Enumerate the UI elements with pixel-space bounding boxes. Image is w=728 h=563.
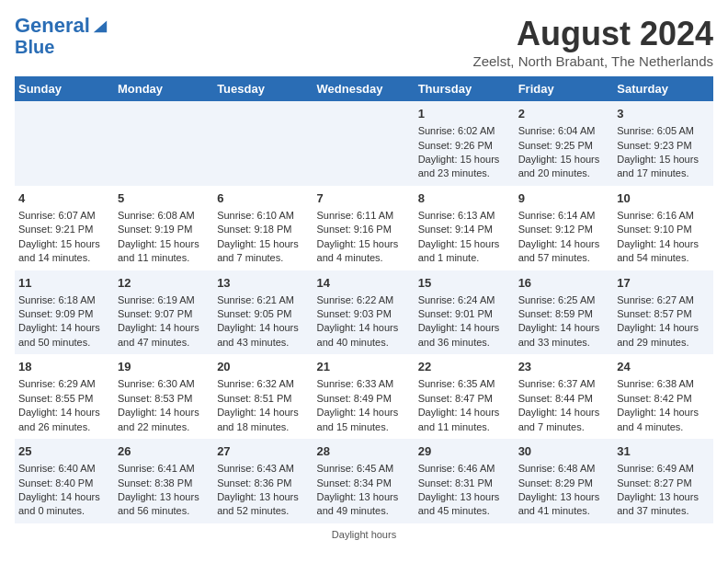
day-info-line: Sunset: 8:29 PM: [518, 477, 610, 490]
day-info-line: and 45 minutes.: [418, 504, 511, 518]
calendar-cell: 29Sunrise: 6:46 AMSunset: 8:31 PMDayligh…: [415, 439, 515, 523]
svg-marker-0: [94, 21, 107, 33]
day-info-line: and 40 minutes.: [317, 336, 411, 350]
day-info-line: Daylight: 14 hours: [317, 406, 411, 419]
calendar-cell: 13Sunrise: 6:21 AMSunset: 9:05 PMDayligh…: [213, 270, 313, 355]
calendar-week-1: 1Sunrise: 6:02 AMSunset: 9:26 PMDaylight…: [15, 101, 713, 186]
day-number: 14: [317, 275, 411, 292]
day-info-line: and 54 minutes.: [617, 251, 710, 265]
day-info-line: and 11 minutes.: [418, 420, 511, 434]
day-info-line: and 50 minutes.: [18, 336, 110, 350]
day-info-line: Sunrise: 6:21 AM: [217, 293, 309, 307]
day-info-line: and 0 minutes.: [18, 504, 110, 518]
day-info-line: Sunrise: 6:14 AM: [518, 209, 610, 223]
calendar-week-5: 25Sunrise: 6:40 AMSunset: 8:40 PMDayligh…: [15, 439, 713, 523]
day-number: 24: [617, 359, 710, 375]
day-info-line: Sunrise: 6:13 AM: [418, 209, 511, 223]
day-number: 20: [217, 359, 309, 375]
col-sunday: Sunday: [15, 76, 114, 101]
day-info-line: and 4 minutes.: [617, 420, 710, 434]
day-info-line: and 7 minutes.: [217, 251, 309, 265]
header: General Blue August 2024 Zeelst, North B…: [15, 15, 713, 69]
day-info-line: Sunset: 9:16 PM: [317, 223, 411, 236]
day-info-line: Sunset: 9:03 PM: [317, 307, 411, 321]
day-info-line: Sunset: 9:12 PM: [518, 223, 610, 236]
calendar-cell: 2Sunrise: 6:04 AMSunset: 9:25 PMDaylight…: [515, 101, 614, 186]
day-number: 4: [18, 190, 110, 207]
day-number: 5: [118, 190, 210, 207]
calendar-cell: [15, 101, 114, 186]
day-info-line: and 14 minutes.: [18, 251, 110, 265]
calendar-cell: 1Sunrise: 6:02 AMSunset: 9:26 PMDaylight…: [415, 101, 515, 186]
day-info-line: Sunrise: 6:19 AM: [118, 293, 210, 307]
day-info-line: Daylight: 13 hours: [518, 490, 610, 504]
day-number: 23: [518, 359, 610, 375]
day-number: 18: [18, 359, 110, 375]
day-info-line: Daylight: 15 hours: [617, 153, 710, 167]
day-number: 22: [418, 359, 511, 375]
day-info-line: Sunrise: 6:38 AM: [617, 377, 710, 391]
day-info-line: Sunrise: 6:04 AM: [518, 124, 610, 138]
calendar-cell: 25Sunrise: 6:40 AMSunset: 8:40 PMDayligh…: [15, 439, 114, 523]
day-number: 21: [317, 359, 411, 375]
header-row: Sunday Monday Tuesday Wednesday Thursday…: [15, 76, 713, 101]
day-info-line: Daylight: 15 hours: [18, 237, 110, 251]
day-info-line: Daylight: 14 hours: [617, 237, 710, 251]
day-number: 30: [518, 443, 610, 460]
day-info-line: Sunset: 9:23 PM: [617, 139, 710, 153]
calendar-cell: 28Sunrise: 6:45 AMSunset: 8:34 PMDayligh…: [313, 439, 415, 523]
day-number: 16: [518, 275, 610, 292]
day-info-line: Sunrise: 6:32 AM: [217, 377, 309, 391]
day-number: 26: [118, 443, 210, 460]
calendar-cell: 19Sunrise: 6:30 AMSunset: 8:53 PMDayligh…: [114, 354, 213, 439]
day-info-line: Daylight: 14 hours: [418, 406, 511, 419]
calendar-cell: 7Sunrise: 6:11 AMSunset: 9:16 PMDaylight…: [313, 186, 415, 270]
calendar-cell: 4Sunrise: 6:07 AMSunset: 9:21 PMDaylight…: [15, 186, 114, 270]
calendar-cell: 10Sunrise: 6:16 AMSunset: 9:10 PMDayligh…: [613, 186, 713, 270]
day-info-line: Sunrise: 6:05 AM: [617, 124, 710, 138]
day-info-line: Sunset: 9:10 PM: [617, 223, 710, 236]
col-wednesday: Wednesday: [313, 76, 415, 101]
day-number: 3: [617, 106, 710, 122]
day-info-line: Sunrise: 6:22 AM: [317, 293, 411, 307]
calendar-cell: 9Sunrise: 6:14 AMSunset: 9:12 PMDaylight…: [515, 186, 614, 270]
day-info-line: Sunrise: 6:07 AM: [18, 209, 110, 223]
day-info-line: Sunrise: 6:37 AM: [518, 377, 610, 391]
day-info-line: Sunset: 8:38 PM: [118, 477, 210, 490]
day-info-line: Sunset: 9:25 PM: [518, 139, 610, 153]
day-info-line: and 17 minutes.: [617, 167, 710, 180]
day-info-line: Daylight: 14 hours: [617, 406, 710, 419]
day-info-line: Sunset: 8:44 PM: [518, 392, 610, 406]
day-number: 17: [617, 275, 710, 292]
day-number: 8: [418, 190, 511, 207]
day-number: 27: [217, 443, 309, 460]
calendar-cell: 20Sunrise: 6:32 AMSunset: 8:51 PMDayligh…: [213, 354, 313, 439]
day-info-line: Daylight: 14 hours: [18, 321, 110, 335]
day-info-line: and 26 minutes.: [18, 420, 110, 434]
calendar-cell: 30Sunrise: 6:48 AMSunset: 8:29 PMDayligh…: [515, 439, 614, 523]
day-info-line: Sunrise: 6:45 AM: [317, 462, 411, 476]
day-info-line: Sunset: 8:51 PM: [217, 392, 309, 406]
day-info-line: Sunrise: 6:25 AM: [518, 293, 610, 307]
day-info-line: Sunrise: 6:46 AM: [418, 462, 511, 476]
day-number: 28: [317, 443, 411, 460]
day-info-line: Sunset: 8:31 PM: [418, 477, 511, 490]
day-info-line: Daylight: 14 hours: [317, 321, 411, 335]
calendar-cell: [114, 101, 213, 186]
day-info-line: Daylight: 14 hours: [418, 321, 511, 335]
day-info-line: Sunrise: 6:48 AM: [518, 462, 610, 476]
day-info-line: Sunset: 9:07 PM: [118, 307, 210, 321]
day-info-line: Sunset: 9:19 PM: [118, 223, 210, 236]
day-info-line: Sunrise: 6:18 AM: [18, 293, 110, 307]
day-info-line: and 15 minutes.: [317, 420, 411, 434]
calendar-cell: 3Sunrise: 6:05 AMSunset: 9:23 PMDaylight…: [613, 101, 713, 186]
day-info-line: and 56 minutes.: [118, 504, 210, 518]
calendar-cell: 31Sunrise: 6:49 AMSunset: 8:27 PMDayligh…: [613, 439, 713, 523]
day-number: 19: [118, 359, 210, 375]
day-info-line: Sunset: 8:42 PM: [617, 392, 710, 406]
calendar-cell: 5Sunrise: 6:08 AMSunset: 9:19 PMDaylight…: [114, 186, 213, 270]
day-info-line: Sunrise: 6:16 AM: [617, 209, 710, 223]
day-info-line: Daylight: 14 hours: [118, 321, 210, 335]
main-title: August 2024: [472, 15, 713, 53]
footer-label: Daylight hours: [332, 529, 396, 540]
